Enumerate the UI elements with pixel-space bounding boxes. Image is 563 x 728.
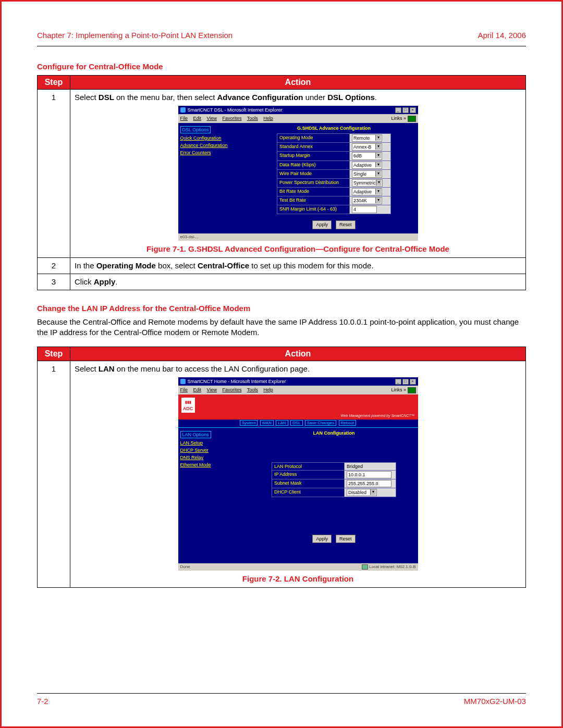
col-step: Step: [38, 347, 70, 361]
lan-form: LAN ProtocolBridged IP Address10.0.0.1 S…: [272, 462, 396, 498]
menu-tools[interactable]: Tools: [247, 116, 258, 121]
table-row: 3 Click Apply.: [38, 274, 526, 290]
sidebar-item-quick-config[interactable]: Quick Configuration: [180, 135, 248, 141]
sidebar-item-error-counters[interactable]: Error Counters: [180, 150, 248, 156]
status-left: Done: [180, 564, 190, 570]
step-action: In the Operating Mode box, select Centra…: [70, 257, 526, 274]
fld-label: Standard Annex: [277, 143, 350, 152]
bit-rate-mode-dropdown[interactable]: Adaptive: [352, 188, 382, 195]
minimize-icon[interactable]: _: [395, 379, 401, 385]
header-rule: [37, 46, 526, 46]
subnet-mask-input[interactable]: 255.255.255.0: [347, 480, 391, 487]
menu-edit[interactable]: Edit: [193, 116, 202, 121]
menu-favorites[interactable]: Favorites: [222, 387, 241, 392]
wire-pair-dropdown[interactable]: Single: [352, 170, 382, 178]
table-row: 2 In the Operating Mode box, select Cent…: [38, 257, 526, 274]
ie-icon: [180, 379, 186, 384]
lan-protocol-value: Bridged: [347, 464, 363, 469]
data-rate-dropdown[interactable]: Adaptive: [352, 162, 382, 169]
menu-help[interactable]: Help: [263, 387, 273, 392]
sidebar-item-dhcp-server[interactable]: DHCP Server: [180, 447, 248, 453]
table-row: 1 Select DSL on the menu bar, then selec…: [38, 90, 526, 258]
zone-icon: [362, 564, 368, 570]
ie-statusbar: Done Local intranet: M02.1.0-B: [178, 563, 418, 571]
menu-edit[interactable]: Edit: [193, 387, 202, 392]
figure-7-2-caption: Figure 7-2. LAN Configuration: [75, 574, 521, 584]
menu-file[interactable]: File: [180, 387, 188, 392]
sidebar-item-advance-config[interactable]: Advance Configuration: [180, 142, 248, 149]
maximize-icon[interactable]: □: [402, 379, 409, 385]
fld-label: IP Address: [272, 470, 345, 479]
menu-favorites[interactable]: Favorites: [222, 116, 241, 121]
table-row: 1 Select LAN on the menu bar to access t…: [38, 361, 526, 587]
menu-view[interactable]: View: [207, 116, 217, 121]
section2-heading: Change the LAN IP Address for the Centra…: [37, 304, 526, 313]
maximize-icon[interactable]: □: [402, 107, 409, 113]
go-icon[interactable]: [408, 387, 416, 393]
close-icon[interactable]: ×: [410, 379, 416, 385]
ie-menubar: File Edit View Favorites Tools Help Link…: [178, 114, 418, 123]
step-num: 3: [38, 274, 70, 290]
tab-wan[interactable]: WAN: [260, 420, 274, 426]
ip-address-input[interactable]: 10.0.0.1: [347, 471, 391, 478]
links-label[interactable]: Links »: [391, 387, 406, 392]
sidebar-item-ethernet-mode[interactable]: Ethernet Mode: [180, 462, 248, 468]
fld-label: Subnet Mask: [272, 479, 345, 488]
step-num: 2: [38, 257, 70, 274]
window-buttons: _ □ ×: [395, 107, 416, 113]
figure-7-1-screenshot: SmartCNCT DSL - Microsoft Internet Explo…: [178, 106, 418, 241]
standard-annex-dropdown[interactable]: Annex-B: [352, 143, 382, 151]
ie-titlebar: SmartCNCT Home - Microsoft Internet Expl…: [178, 377, 418, 386]
menu-tools[interactable]: Tools: [247, 387, 258, 392]
snr-margin-input[interactable]: 4: [352, 206, 377, 213]
window-buttons: _ □ ×: [395, 379, 416, 385]
nav-tabs: System WAN LAN DSL Save Changes Reboot: [178, 419, 418, 428]
tab-dsl[interactable]: DSL: [290, 420, 303, 426]
go-icon[interactable]: [408, 116, 416, 122]
reset-button[interactable]: Reset: [336, 220, 356, 229]
window-title: SmartCNCT Home - Microsoft Internet Expl…: [188, 378, 286, 385]
doc-id: MM70xG2-UM-03: [464, 697, 526, 706]
operating-mode-dropdown[interactable]: Remote: [352, 134, 382, 142]
step-action: Click Apply.: [70, 274, 526, 290]
page-footer: 7-2 MM70xG2-UM-03: [2, 697, 561, 706]
figure-7-2-screenshot: SmartCNCT Home - Microsoft Internet Expl…: [178, 377, 418, 571]
menu-help[interactable]: Help: [263, 116, 273, 121]
dhcp-client-dropdown[interactable]: Disabled: [347, 489, 377, 496]
tab-reboot[interactable]: Reboot: [339, 420, 357, 426]
reset-button[interactable]: Reset: [336, 535, 356, 543]
status-left: e03-dsl-...: [180, 235, 199, 240]
apply-button[interactable]: Apply: [312, 220, 332, 229]
sidebar-item-dns-relay[interactable]: DNS Relay: [180, 454, 248, 461]
menu-view[interactable]: View: [207, 387, 217, 392]
adc-banner: ▮▮▮ADC Web Management powered by SmartCN…: [178, 394, 418, 419]
menu-file[interactable]: File: [180, 116, 188, 121]
config-title: LAN Configuration: [253, 430, 415, 436]
sidebar-item-lan-setup[interactable]: LAN Setup: [180, 440, 248, 446]
test-bit-rate-dropdown[interactable]: 2304K: [352, 197, 382, 204]
close-icon[interactable]: ×: [410, 107, 416, 113]
fld-label: Operating Mode: [277, 134, 350, 143]
col-step: Step: [38, 76, 70, 90]
section1-heading: Configure for Central-Office Mode: [37, 62, 526, 71]
apply-button[interactable]: Apply: [312, 535, 332, 543]
tab-lan[interactable]: LAN: [276, 420, 288, 426]
minimize-icon[interactable]: _: [395, 107, 401, 113]
power-spectrum-dropdown[interactable]: Symmetric: [352, 179, 383, 187]
links-label[interactable]: Links »: [391, 116, 406, 121]
fld-label: Data Rate (Kbps): [277, 161, 350, 169]
page-header: Chapter 7: Implementing a Point-to-Point…: [2, 2, 561, 44]
tab-save-changes[interactable]: Save Changes: [305, 420, 336, 426]
lan-sidebar: LAN Options LAN Setup DHCP Server DNS Re…: [178, 428, 250, 563]
section2-steps-table: Step Action 1 Select LAN on the menu bar…: [37, 347, 526, 588]
dsl-sidebar: DSL Options Quick Configuration Advance …: [178, 123, 250, 233]
lan-main: LAN Configuration LAN ProtocolBridged IP…: [250, 428, 418, 563]
step-action: Select DSL on the menu bar, then select …: [70, 90, 526, 258]
fld-label: Test Bit Rate: [277, 196, 350, 205]
figure-7-1-caption: Figure 7-1. G.SHDSL Advanced Configurati…: [75, 244, 521, 254]
config-title: G.SHDSL Advance Configuration: [253, 125, 415, 131]
tab-system[interactable]: System: [240, 420, 258, 426]
ie-statusbar: e03-dsl-...: [178, 233, 418, 241]
step-action: Select LAN on the menu bar to access the…: [70, 361, 526, 587]
startup-margin-dropdown[interactable]: 6dB: [352, 152, 382, 159]
